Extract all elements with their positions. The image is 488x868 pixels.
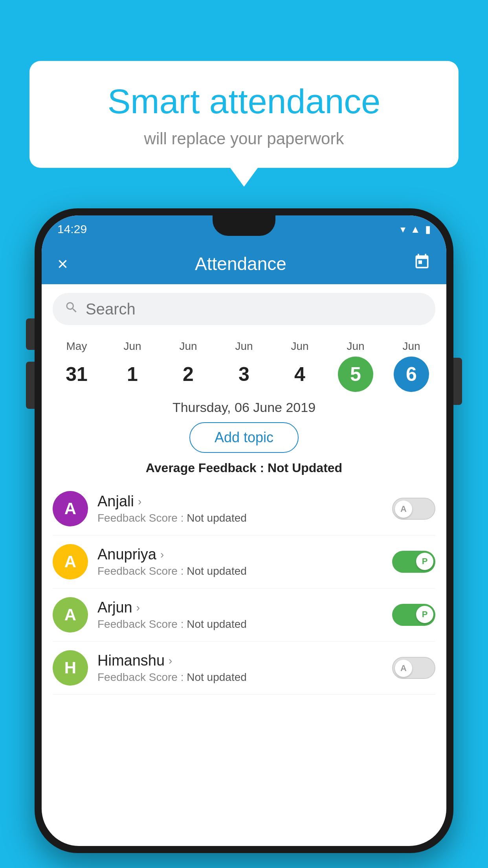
battery-icon: ▮ [425, 223, 431, 235]
phone-screen: 14:29 ▾ ▲ ▮ × Attendance [42, 215, 446, 846]
chevron-icon: › [169, 655, 172, 667]
calendar-day[interactable]: Jun5 [338, 340, 373, 392]
cal-date-number: 3 [226, 357, 262, 392]
cal-month-label: Jun [235, 340, 253, 353]
bubble-title: Smart attendance [53, 83, 435, 121]
cal-month-label: Jun [402, 340, 420, 353]
attendance-toggle[interactable]: A [392, 498, 435, 520]
wifi-icon: ▾ [400, 223, 405, 235]
toggle-knob: A [395, 660, 412, 677]
cal-date-number: 31 [59, 357, 94, 392]
cal-month-label: Jun [123, 340, 141, 353]
cal-month-label: May [66, 340, 87, 353]
student-info: Anjali ›Feedback Score : Not updated [97, 493, 383, 524]
selected-date-label: Thursday, 06 June 2019 [42, 400, 446, 415]
app-header: × Attendance [42, 243, 446, 284]
student-info: Arjun ›Feedback Score : Not updated [97, 599, 383, 631]
phone-frame: 14:29 ▾ ▲ ▮ × Attendance [35, 208, 453, 853]
power-button [453, 358, 462, 405]
app-title: Attendance [195, 253, 286, 274]
student-feedback: Feedback Score : Not updated [97, 671, 383, 684]
cal-date-number: 5 [338, 357, 373, 392]
cal-month-label: Jun [291, 340, 308, 353]
student-info: Himanshu ›Feedback Score : Not updated [97, 652, 383, 684]
chevron-icon: › [136, 601, 140, 614]
cal-month-label: Jun [179, 340, 197, 353]
toggle-knob: P [416, 606, 433, 623]
attendance-toggle[interactable]: P [392, 604, 435, 626]
calendar-day[interactable]: Jun1 [115, 340, 150, 392]
attendance-toggle[interactable]: A [392, 657, 435, 679]
search-input[interactable] [86, 300, 424, 318]
calendar-day[interactable]: Jun6 [394, 340, 429, 392]
student-avatar: A [53, 597, 88, 633]
cal-date-number: 1 [115, 357, 150, 392]
cal-date-number: 4 [282, 357, 317, 392]
student-info: Anupriya ›Feedback Score : Not updated [97, 546, 383, 577]
student-avatar: A [53, 491, 88, 526]
student-avatar: A [53, 544, 88, 579]
student-item[interactable]: AAnjali ›Feedback Score : Not updatedA [53, 482, 435, 535]
cal-month-label: Jun [347, 340, 364, 353]
student-avatar: H [53, 650, 88, 686]
average-feedback: Average Feedback : Not Updated [42, 461, 446, 475]
calendar-strip: May31Jun1Jun2Jun3Jun4Jun5Jun6 [42, 334, 446, 395]
close-button[interactable]: × [57, 253, 68, 274]
student-name: Himanshu › [97, 652, 383, 669]
student-list: AAnjali ›Feedback Score : Not updatedAAA… [42, 482, 446, 695]
volume-down-button [26, 362, 35, 409]
bubble-subtitle: will replace your paperwork [53, 129, 435, 148]
status-time: 14:29 [57, 223, 87, 236]
phone-notch [213, 215, 275, 236]
attendance-toggle[interactable]: P [392, 551, 435, 573]
calendar-day[interactable]: Jun4 [282, 340, 317, 392]
cal-date-number: 6 [394, 357, 429, 392]
chevron-icon: › [138, 495, 141, 508]
calendar-icon[interactable] [413, 253, 431, 274]
student-name: Arjun › [97, 599, 383, 616]
calendar-day[interactable]: May31 [59, 340, 94, 392]
student-item[interactable]: HHimanshu ›Feedback Score : Not updatedA [53, 642, 435, 695]
student-item[interactable]: AAnupriya ›Feedback Score : Not updatedP [53, 535, 435, 588]
add-topic-button[interactable]: Add topic [189, 422, 299, 453]
student-item[interactable]: AArjun ›Feedback Score : Not updatedP [53, 588, 435, 642]
student-feedback: Feedback Score : Not updated [97, 618, 383, 631]
calendar-day[interactable]: Jun3 [226, 340, 262, 392]
cal-date-number: 2 [171, 357, 206, 392]
speech-bubble: Smart attendance will replace your paper… [29, 61, 459, 168]
student-name: Anjali › [97, 493, 383, 510]
speech-bubble-container: Smart attendance will replace your paper… [29, 61, 459, 168]
chevron-icon: › [160, 548, 164, 561]
student-feedback: Feedback Score : Not updated [97, 512, 383, 524]
search-bar[interactable] [53, 293, 435, 325]
volume-up-button [26, 318, 35, 350]
student-name: Anupriya › [97, 546, 383, 563]
status-icons: ▾ ▲ ▮ [400, 223, 431, 235]
calendar-day[interactable]: Jun2 [171, 340, 206, 392]
student-feedback: Feedback Score : Not updated [97, 565, 383, 577]
toggle-knob: P [416, 553, 433, 570]
avg-feedback-label: Average Feedback : [146, 461, 264, 475]
signal-icon: ▲ [410, 223, 420, 235]
avg-feedback-value: Not Updated [268, 461, 342, 475]
search-icon [64, 300, 79, 318]
toggle-knob: A [395, 500, 412, 518]
